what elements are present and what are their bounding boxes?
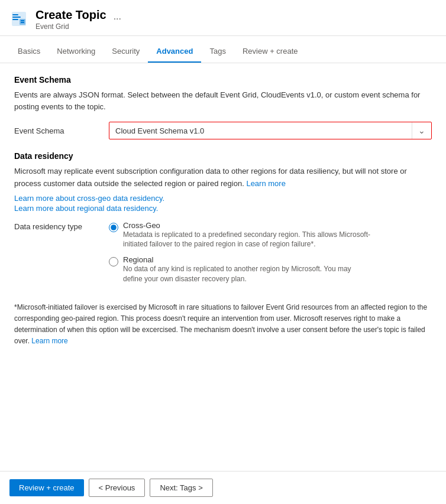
radio-regional-desc: No data of any kind is replicated to ano… — [123, 264, 371, 284]
page-subtitle: Event Grid — [35, 22, 106, 31]
regional-link[interactable]: Learn more about regional data residency… — [14, 204, 432, 213]
tab-networking[interactable]: Networking — [49, 41, 104, 63]
event-schema-section-title: Event Schema — [14, 75, 432, 84]
event-schema-label: Event Schema — [14, 126, 109, 135]
svg-rect-6 — [21, 22, 24, 23]
data-residency-type-row: Data residency type Cross-Geo Metadata i… — [14, 221, 432, 290]
event-schema-row: Event Schema Cloud Event Schema v1.0 ⌄ — [14, 122, 432, 139]
learn-more-link[interactable]: Learn more — [246, 179, 285, 188]
svg-rect-1 — [12, 14, 18, 15]
footer-actions: Review + create < Previous Next: Tags > — [0, 471, 446, 504]
data-residency-description: Microsoft may replicate event subscripti… — [14, 165, 432, 190]
radio-regional-input[interactable] — [109, 257, 118, 266]
radio-cross-geo-desc: Metadata is replicated to a predefined s… — [123, 230, 371, 250]
page-title: Create Topic — [35, 7, 106, 22]
cross-geo-link[interactable]: Learn more about cross-geo data residenc… — [14, 194, 432, 203]
data-residency-type-label: Data residency type — [14, 221, 109, 231]
event-schema-select[interactable]: Cloud Event Schema v1.0 ⌄ — [109, 122, 432, 139]
tab-bar: Basics Networking Security Advanced Tags… — [0, 41, 446, 63]
previous-button[interactable]: < Previous — [89, 479, 146, 497]
data-residency-section-title: Data residency — [14, 151, 432, 161]
chevron-down-icon: ⌄ — [412, 122, 431, 139]
radio-cross-geo-input[interactable] — [109, 223, 118, 232]
footnote-learn-more-link[interactable]: Learn more — [31, 337, 67, 345]
footnote-text: *Microsoft-initiated failover is exercis… — [14, 302, 432, 347]
radio-option-regional: Regional No data of any kind is replicat… — [109, 255, 371, 284]
radio-cross-geo-label: Cross-Geo — [123, 221, 371, 230]
radio-regional-label: Regional — [123, 255, 371, 264]
event-schema-value: Cloud Event Schema v1.0 — [109, 123, 412, 139]
tab-security[interactable]: Security — [104, 41, 148, 63]
review-create-button[interactable]: Review + create — [9, 479, 84, 496]
tab-review-create[interactable]: Review + create — [234, 41, 306, 63]
app-icon — [9, 9, 28, 28]
next-button[interactable]: Next: Tags > — [150, 479, 212, 497]
more-options-button[interactable]: ··· — [114, 14, 121, 24]
tab-tags[interactable]: Tags — [201, 41, 234, 63]
svg-rect-2 — [12, 17, 21, 18]
event-schema-description: Events are always JSON format. Select be… — [14, 89, 432, 112]
tab-advanced[interactable]: Advanced — [148, 41, 201, 63]
radio-option-cross-geo: Cross-Geo Metadata is replicated to a pr… — [109, 221, 371, 250]
radio-options-group: Cross-Geo Metadata is replicated to a pr… — [109, 221, 371, 290]
svg-rect-3 — [12, 19, 18, 20]
event-schema-control: Cloud Event Schema v1.0 ⌄ — [109, 122, 432, 139]
tab-basics[interactable]: Basics — [9, 41, 49, 63]
svg-rect-5 — [21, 20, 24, 21]
